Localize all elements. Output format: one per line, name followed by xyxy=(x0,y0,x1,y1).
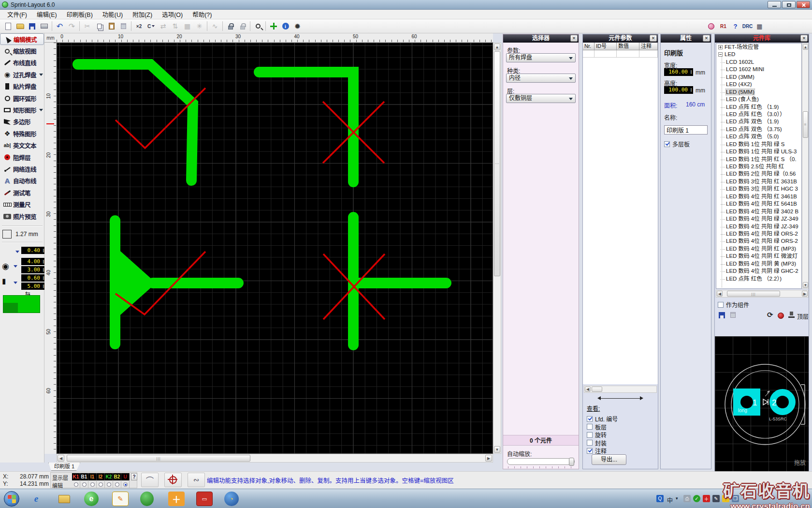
duplicate-button[interactable]: ×2 xyxy=(133,20,145,32)
track-width-dropdown-icon[interactable] xyxy=(15,251,19,253)
view-option-2[interactable]: 板层 xyxy=(587,423,607,431)
help-button[interactable]: ? xyxy=(729,21,741,32)
view-option-5[interactable]: 注释 xyxy=(587,447,607,455)
place-component-icon[interactable] xyxy=(788,312,795,318)
library-item[interactable]: LED 数码 4位 共阳 绿 ORS-2 xyxy=(716,230,801,238)
tray-window-icon[interactable]: ❐ xyxy=(732,495,739,502)
menu-item[interactable]: 编辑(E) xyxy=(32,9,61,20)
maximize-button[interactable] xyxy=(782,1,796,8)
library-item[interactable]: LED (4X2) xyxy=(716,81,801,88)
tray-health-icon[interactable]: ＋ xyxy=(703,495,710,502)
tool-smd-pad[interactable]: 贴片焊盘 xyxy=(0,81,44,92)
wire-mode-button[interactable]: ⌒ xyxy=(141,473,159,487)
layer-radio-B1[interactable] xyxy=(82,482,87,487)
taskbar-toolbox-icon[interactable]: ▭ xyxy=(196,492,213,506)
scroll-left-icon[interactable]: ◀ xyxy=(58,455,64,462)
crosshair-button[interactable] xyxy=(164,473,182,487)
library-item[interactable]: LED 数码 3位 共阳 红 3631B xyxy=(716,178,801,185)
library-item[interactable]: LED 数码 3位 共阴 红 HGC 3 xyxy=(716,185,801,193)
footprint-preview[interactable]: 1 long 2 L-53SRC 拖放 xyxy=(715,336,809,471)
cut-icon[interactable]: ✂ xyxy=(81,20,93,32)
library-item[interactable]: LED 数码 4位 共阳 绿 ORS-2 xyxy=(716,238,801,245)
taskbar-ie-icon[interactable]: e xyxy=(28,492,44,506)
layer-button-K2[interactable]: K2 xyxy=(105,473,113,480)
delete-icon[interactable] xyxy=(117,20,130,32)
mirror-horizontal-icon[interactable]: ⇄ xyxy=(157,20,169,32)
library-item[interactable]: LED 数码 1位 共阳 绿 ULS-3 xyxy=(716,148,801,155)
scroll-left-icon[interactable]: ◀ xyxy=(585,387,591,392)
multilayer-checkbox[interactable]: 多层板 xyxy=(664,140,690,148)
library-item[interactable]: LED 数码 1位 共阴 红 S （0. xyxy=(716,156,801,163)
align-icon[interactable]: ▦ xyxy=(181,20,193,32)
library-vertical-scrollbar[interactable]: ▲ ≡ ▼ xyxy=(802,43,809,289)
zoom-icon[interactable] xyxy=(252,20,264,32)
menu-item[interactable]: 帮助(?) xyxy=(188,9,216,20)
radio-cell[interactable] xyxy=(88,481,97,488)
library-item[interactable]: FET-场效应管 xyxy=(716,44,801,51)
tool-text[interactable]: ab|英文文本 xyxy=(0,140,44,151)
scroll-right-icon[interactable]: ▶ xyxy=(485,455,492,462)
tray-chevron-icon[interactable]: ▾ xyxy=(676,496,678,501)
paste-icon[interactable] xyxy=(105,20,117,32)
radio-cell[interactable] xyxy=(97,481,105,488)
taskbar-folder-icon[interactable] xyxy=(56,492,72,506)
library-save-icon[interactable] xyxy=(719,312,725,318)
library-tree[interactable]: FET-场效应管LEDLCD 1602LLCD 1602 MINILED (3M… xyxy=(716,43,802,289)
tool-magnifier[interactable]: 缩放视图 xyxy=(0,45,44,57)
layer-radio-U[interactable] xyxy=(123,482,128,487)
origin-icon[interactable] xyxy=(267,20,279,32)
tool-special-shape[interactable]: ❖特殊图形 xyxy=(0,128,44,139)
as-component-checkbox[interactable]: 作为组件 xyxy=(718,300,749,309)
tool-line[interactable]: 布线直线 xyxy=(0,57,44,69)
hscroll-thumb[interactable]: ||| xyxy=(67,455,250,462)
chevron-down-icon[interactable] xyxy=(39,74,43,76)
library-item[interactable]: LED xyxy=(716,51,801,58)
library-item[interactable]: LED 点阵 双色 （1.9) xyxy=(716,118,801,125)
minimize-button[interactable] xyxy=(768,1,781,8)
close-icon[interactable]: ✕ xyxy=(703,35,710,42)
view-option-1[interactable]: Lfd. 编号 xyxy=(587,415,618,423)
pad-outer-field[interactable]: 4.00 xyxy=(21,258,42,265)
track-width-field[interactable]: 0.40 xyxy=(21,247,42,254)
radio-cell[interactable] xyxy=(113,481,121,488)
tray-alert-icon[interactable]: ! xyxy=(722,495,729,502)
library-item[interactable]: LED 数码 4位 共阳 绿 JZ-349 xyxy=(716,215,801,223)
taskbar-green-app-icon[interactable]: e xyxy=(84,492,99,506)
menu-item[interactable]: 功能(U) xyxy=(98,9,127,20)
open-button[interactable] xyxy=(14,20,26,32)
pad-inner-field[interactable]: 3.00 xyxy=(21,266,42,273)
unlock-icon[interactable] xyxy=(236,20,248,32)
tool-pad[interactable]: ◉过孔焊盘 xyxy=(0,69,44,80)
tool-polygon[interactable]: 多边形 xyxy=(0,116,44,128)
column-header[interactable]: Nr. xyxy=(583,43,594,50)
library-item[interactable]: LED 数码 1位 共阳 绿 S xyxy=(716,141,801,148)
print-button[interactable] xyxy=(38,20,50,32)
param-select[interactable]: 所有焊盘 xyxy=(506,53,576,62)
vscroll-thumb[interactable]: ⋮ xyxy=(494,51,500,276)
layer-radio-K1[interactable] xyxy=(74,482,78,487)
tray-ime-indicator[interactable]: 中 xyxy=(667,496,673,504)
library-item[interactable]: LCD 1602 MINI xyxy=(716,66,801,73)
smd-height-field[interactable]: 5.00 xyxy=(21,283,42,290)
width-spinner[interactable]: ∥ xyxy=(689,68,693,76)
layer-button-K1[interactable]: K1 xyxy=(72,473,80,480)
layer-radio-B2[interactable] xyxy=(115,482,119,487)
scroll-left-icon[interactable]: ◀ xyxy=(717,291,723,297)
layer-button-I1[interactable]: I1 xyxy=(88,473,97,480)
library-item[interactable]: LED 数码 4位 共阴 红 微波灯 xyxy=(716,253,801,260)
library-item[interactable]: LED 点阵 双色 （3.75) xyxy=(716,126,801,133)
layer-button-B1[interactable]: B1 xyxy=(80,473,88,480)
canvas-vertical-scrollbar[interactable]: ▲ ⋮ ▼ xyxy=(493,43,501,454)
pcb-canvas[interactable] xyxy=(57,43,493,454)
board-width-field[interactable]: 160.00 xyxy=(664,68,689,76)
drc-button[interactable]: DRC xyxy=(741,21,754,32)
autoscale-slider[interactable] xyxy=(507,458,575,465)
scroll-down-icon[interactable]: ▼ xyxy=(803,282,808,288)
library-item[interactable]: LED 点阵 红色 （1.9) xyxy=(716,104,801,111)
tray-q-icon[interactable]: Q xyxy=(656,495,664,502)
smd-width-field[interactable]: 0.60 xyxy=(21,274,42,282)
rotate-button[interactable]: C xyxy=(145,20,157,32)
taskbar-globe-icon[interactable]: ◔ xyxy=(224,492,239,506)
taskbar-notepad-icon[interactable]: ✎ xyxy=(112,492,129,506)
slider-handle[interactable] xyxy=(569,458,574,466)
